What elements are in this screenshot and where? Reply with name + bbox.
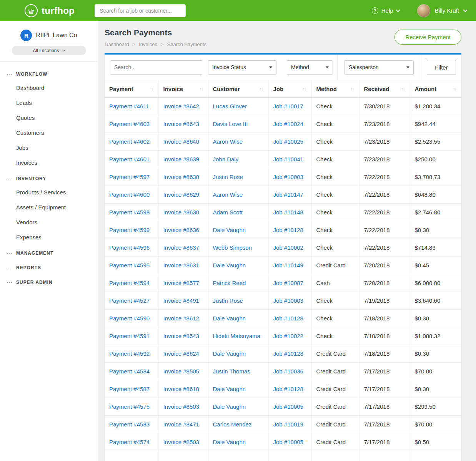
- payment-link[interactable]: Payment #4575: [109, 403, 150, 410]
- column-header-received[interactable]: Received↑↓: [359, 80, 410, 98]
- job-link[interactable]: Job #10003: [273, 297, 303, 304]
- job-link[interactable]: Job #10147: [273, 191, 303, 198]
- filter-button[interactable]: Filter: [427, 60, 456, 75]
- column-header-method[interactable]: Method↑↓: [311, 80, 359, 98]
- sort-icon[interactable]: ↑↓: [402, 86, 405, 91]
- payment-link[interactable]: Payment #4598: [109, 209, 150, 216]
- invoice-link[interactable]: Invoice #8471: [163, 421, 199, 428]
- job-link[interactable]: Job #10024: [273, 121, 303, 127]
- column-header-customer[interactable]: Customer↑↓: [208, 80, 268, 98]
- column-header-amount[interactable]: Amount↑↓: [410, 80, 461, 98]
- invoice-link[interactable]: Invoice #8640: [163, 138, 199, 145]
- customer-link[interactable]: Aaron Wise: [213, 191, 243, 198]
- sidebar-item-products-services[interactable]: Products / Services: [0, 185, 98, 200]
- payment-link[interactable]: Payment #4601: [109, 156, 150, 163]
- help-menu[interactable]: ? Help: [372, 7, 399, 14]
- customer-link[interactable]: Dale Vaughn: [213, 350, 246, 357]
- job-link[interactable]: Job #10128: [273, 350, 303, 357]
- customer-link[interactable]: Lucas Glover: [213, 103, 247, 109]
- payment-link[interactable]: Payment #4590: [109, 315, 150, 322]
- payment-link[interactable]: Payment #4587: [109, 386, 150, 392]
- invoice-link[interactable]: Invoice #8503: [163, 403, 199, 410]
- payment-link[interactable]: Payment #4596: [109, 244, 150, 251]
- sidebar-item-customers[interactable]: Customers: [0, 125, 98, 140]
- job-link[interactable]: Job #10128: [273, 386, 303, 392]
- global-search-input[interactable]: [95, 4, 186, 17]
- invoice-link[interactable]: Invoice #8543: [163, 333, 199, 339]
- invoice-link[interactable]: Invoice #8491: [163, 297, 199, 304]
- sort-icon[interactable]: ↑↓: [453, 86, 457, 91]
- sort-icon[interactable]: ↑↓: [351, 86, 355, 91]
- customer-link[interactable]: Justin Rose: [213, 297, 243, 304]
- customer-link[interactable]: Dale Vaughn: [213, 386, 246, 392]
- payment-link[interactable]: Payment #4603: [109, 121, 150, 127]
- customer-link[interactable]: Davis Love III: [213, 121, 248, 127]
- customer-link[interactable]: Dale Vaughn: [213, 227, 246, 233]
- sidebar-item-assets-equipment[interactable]: Assets / Equipment: [0, 200, 98, 215]
- app-logo[interactable]: turfhop: [25, 4, 75, 17]
- sidebar-item-expenses[interactable]: Expenses: [0, 230, 98, 245]
- invoice-link[interactable]: Invoice #8639: [163, 156, 199, 163]
- location-selector[interactable]: All Locations: [12, 46, 86, 55]
- job-link[interactable]: Job #10128: [273, 227, 303, 233]
- sort-icon[interactable]: ↑↓: [260, 86, 264, 91]
- customer-link[interactable]: John Daly: [213, 156, 239, 163]
- sidebar-item-quotes[interactable]: Quotes: [0, 110, 98, 125]
- customer-link[interactable]: Dale Vaughn: [213, 403, 246, 410]
- payment-link[interactable]: Payment #4611: [109, 103, 149, 109]
- job-link[interactable]: Job #10148: [273, 209, 303, 216]
- column-header-invoice[interactable]: Invoice↑↓: [158, 80, 208, 98]
- invoice-link[interactable]: Invoice #8637: [163, 244, 199, 251]
- payment-link[interactable]: Payment #4574: [109, 439, 150, 445]
- customer-link[interactable]: Dale Vaughn: [213, 315, 246, 322]
- payment-link[interactable]: Payment #4591: [109, 333, 150, 339]
- sidebar-item-jobs[interactable]: Jobs: [0, 140, 98, 155]
- job-link[interactable]: Job #10041: [273, 156, 303, 163]
- sidebar-section-inventory[interactable]: INVENTORY: [0, 170, 98, 185]
- job-link[interactable]: Job #10036: [273, 368, 303, 375]
- invoice-link[interactable]: Invoice #8629: [163, 191, 199, 198]
- payment-link[interactable]: Payment #4595: [109, 262, 150, 269]
- customer-link[interactable]: Justin Thomas: [213, 368, 250, 375]
- column-header-job[interactable]: Job↑↓: [268, 80, 311, 98]
- breadcrumb-dashboard[interactable]: Dashboard: [105, 41, 129, 47]
- company-selector[interactable]: R RIIPL Lawn Co: [0, 30, 98, 41]
- invoice-status-select[interactable]: Invoice Status: [208, 60, 276, 75]
- job-link[interactable]: Job #10002: [273, 244, 303, 251]
- customer-link[interactable]: Aaron Wise: [213, 138, 243, 145]
- payment-link[interactable]: Payment #4599: [109, 227, 150, 233]
- payment-link[interactable]: Payment #4527: [109, 297, 150, 304]
- receive-payment-button[interactable]: Receive Payment: [394, 30, 461, 45]
- customer-link[interactable]: Dale Vaughn: [213, 262, 246, 269]
- sort-icon[interactable]: ↑↓: [150, 86, 154, 91]
- job-link[interactable]: Job #10017: [273, 103, 303, 109]
- sort-icon[interactable]: ↑↓: [303, 86, 307, 91]
- payment-link[interactable]: Payment #4600: [109, 191, 150, 198]
- invoice-link[interactable]: Invoice #8631: [163, 262, 199, 269]
- payment-link[interactable]: Payment #4594: [109, 280, 150, 286]
- payment-link[interactable]: Payment #4597: [109, 174, 150, 180]
- job-link[interactable]: Job #10022: [273, 333, 303, 339]
- payment-link[interactable]: Payment #4583: [109, 421, 150, 428]
- payment-link[interactable]: Payment #4584: [109, 368, 150, 375]
- invoice-link[interactable]: Invoice #8643: [163, 121, 199, 127]
- sidebar-section-workflow[interactable]: WORKFLOW: [0, 66, 98, 80]
- breadcrumb-invoices[interactable]: Invoices: [139, 41, 157, 47]
- salesperson-select[interactable]: Salesperson: [345, 60, 414, 75]
- invoice-link[interactable]: Invoice #8577: [163, 280, 199, 286]
- job-link[interactable]: Job #10128: [273, 315, 303, 322]
- table-search-input[interactable]: [110, 60, 202, 75]
- invoice-link[interactable]: Invoice #8503: [163, 439, 199, 445]
- payment-link[interactable]: Payment #4602: [109, 138, 150, 145]
- customer-link[interactable]: Hideki Matsuyama: [213, 333, 260, 339]
- sidebar-item-leads[interactable]: Leads: [0, 95, 98, 110]
- job-link[interactable]: Job #10087: [273, 280, 303, 286]
- job-link[interactable]: Job #10003: [273, 174, 303, 180]
- sidebar-item-invoices[interactable]: Invoices: [0, 155, 98, 170]
- customer-link[interactable]: Patrick Reed: [213, 280, 246, 286]
- sidebar-section-super-admin[interactable]: SUPER ADMIN: [0, 274, 98, 289]
- invoice-link[interactable]: Invoice #8612: [163, 315, 199, 322]
- job-link[interactable]: Job #10019: [273, 421, 303, 428]
- job-link[interactable]: Job #10025: [273, 138, 303, 145]
- job-link[interactable]: Job #10149: [273, 262, 303, 269]
